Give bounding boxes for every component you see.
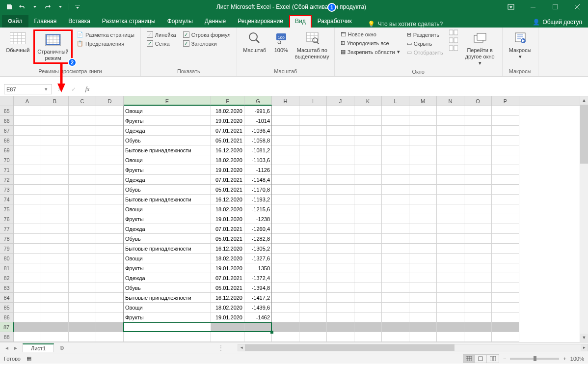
cell[interactable]: Овощи (124, 254, 211, 263)
cell[interactable] (96, 332, 124, 342)
cell[interactable] (14, 175, 41, 185)
cell[interactable] (354, 106, 382, 116)
column-headers[interactable]: ABCDEFGHIJKLMNOP (0, 96, 580, 106)
cell[interactable] (409, 293, 437, 303)
cell[interactable] (327, 322, 354, 332)
cell[interactable] (492, 136, 519, 145)
tab-formulas[interactable]: Формулы (161, 15, 199, 28)
col-header-H[interactable]: H (272, 96, 299, 106)
cell[interactable] (69, 312, 96, 322)
cell[interactable] (464, 116, 492, 126)
cell[interactable] (382, 195, 409, 204)
scroll-left[interactable]: ◂ (238, 344, 245, 351)
cell[interactable] (96, 273, 124, 283)
cell[interactable] (69, 175, 96, 185)
cell[interactable] (96, 254, 124, 263)
cell[interactable] (299, 254, 327, 263)
cell[interactable] (382, 214, 409, 224)
cell[interactable] (382, 126, 409, 136)
cell[interactable] (96, 145, 124, 155)
qat-undo[interactable] (17, 1, 27, 12)
cell[interactable]: 18.02.2020 (211, 254, 244, 263)
cell[interactable] (96, 116, 124, 126)
cell[interactable] (464, 322, 492, 332)
cell[interactable] (492, 165, 519, 175)
cell[interactable] (327, 332, 354, 342)
cell[interactable] (69, 254, 96, 263)
cell[interactable] (437, 322, 464, 332)
cell[interactable] (409, 312, 437, 322)
cell[interactable] (14, 332, 41, 342)
row-header[interactable]: 80 (0, 254, 14, 263)
cell[interactable] (354, 204, 382, 214)
cell[interactable] (354, 234, 382, 244)
col-header-O[interactable]: O (464, 96, 492, 106)
cell[interactable] (409, 224, 437, 234)
col-header-B[interactable]: B (41, 96, 69, 106)
tab-data[interactable]: Данные (199, 15, 232, 28)
cell[interactable] (492, 273, 519, 283)
cell[interactable] (464, 332, 492, 342)
cell[interactable] (69, 303, 96, 312)
row-header[interactable]: 73 (0, 185, 14, 195)
cell[interactable] (41, 332, 69, 342)
cell[interactable] (492, 263, 519, 273)
cell[interactable] (96, 155, 124, 165)
cell[interactable]: -1439,6 (244, 303, 272, 312)
cell[interactable] (299, 244, 327, 254)
cell[interactable] (69, 263, 96, 273)
cell[interactable] (14, 283, 41, 293)
cell[interactable] (299, 322, 327, 332)
cell[interactable]: -1462 (244, 312, 272, 322)
cell[interactable] (354, 195, 382, 204)
cell[interactable] (437, 136, 464, 145)
cell[interactable] (272, 116, 299, 126)
cell[interactable]: -1036,4 (244, 126, 272, 136)
cell[interactable] (96, 195, 124, 204)
cell[interactable] (272, 244, 299, 254)
tab-review[interactable]: Рецензирование (232, 15, 289, 28)
cell[interactable] (14, 145, 41, 155)
cell[interactable] (41, 136, 69, 145)
zoom-button[interactable]: Масштаб (240, 29, 269, 55)
cell[interactable] (437, 273, 464, 283)
zoom-in[interactable]: + (563, 356, 566, 362)
maximize-button[interactable] (544, 0, 566, 14)
cell[interactable] (409, 234, 437, 244)
cell[interactable] (299, 263, 327, 273)
cell[interactable] (69, 195, 96, 204)
cell[interactable] (464, 244, 492, 254)
split-window[interactable]: ⊟Разделить (405, 30, 445, 39)
ribbon-options[interactable] (500, 0, 522, 14)
cell[interactable]: -1238 (244, 214, 272, 224)
cell[interactable] (96, 126, 124, 136)
cell[interactable] (14, 195, 41, 204)
cell[interactable] (69, 165, 96, 175)
cell[interactable] (14, 106, 41, 116)
cell[interactable]: -1170,8 (244, 185, 272, 195)
cell[interactable] (437, 234, 464, 244)
cell[interactable] (382, 116, 409, 126)
cell[interactable] (409, 185, 437, 195)
row-header[interactable]: 79 (0, 244, 14, 254)
cell[interactable] (464, 224, 492, 234)
cell[interactable] (244, 332, 272, 342)
cell[interactable]: -1148,4 (244, 175, 272, 185)
col-header-I[interactable]: I (299, 96, 327, 106)
cell[interactable] (327, 263, 354, 273)
cell[interactable] (464, 126, 492, 136)
cell[interactable] (354, 224, 382, 234)
cell[interactable] (492, 283, 519, 293)
cell[interactable] (41, 195, 69, 204)
cell[interactable] (211, 322, 244, 332)
cell[interactable] (464, 195, 492, 204)
cell[interactable] (382, 293, 409, 303)
cell[interactable] (272, 126, 299, 136)
cell[interactable] (327, 312, 354, 322)
cell[interactable] (354, 254, 382, 263)
hscroll-thumb[interactable] (245, 344, 454, 351)
cell[interactable]: -1394,8 (244, 283, 272, 293)
cell[interactable] (41, 263, 69, 273)
cell[interactable] (327, 165, 354, 175)
cell[interactable] (299, 165, 327, 175)
